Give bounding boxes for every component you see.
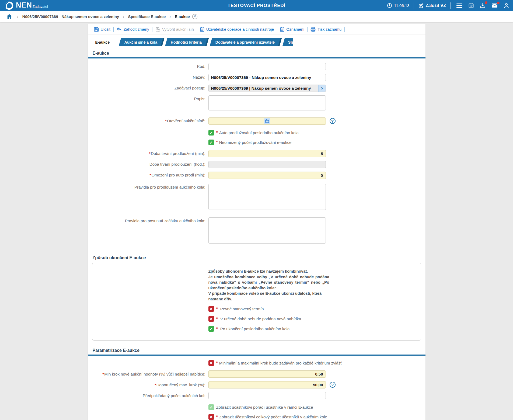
create-vz-label: Založit VZ bbox=[425, 3, 446, 8]
inbox-button[interactable] bbox=[478, 2, 487, 9]
server-time: 11:06:13 bbox=[387, 3, 409, 8]
note-line: Je umožněna kombinace volby „V určené do… bbox=[208, 274, 329, 291]
divider bbox=[414, 2, 414, 9]
checkbox-unchecked-icon[interactable] bbox=[208, 360, 214, 366]
field-omezeni-auto-prodl: *Omezení pro auto prodl (min): bbox=[92, 172, 421, 179]
create-auction-hall-label: Vytvořit aukční síň bbox=[162, 27, 194, 32]
save-icon bbox=[94, 27, 99, 32]
checkbox-unchecked-icon[interactable] bbox=[208, 306, 214, 312]
edit-icon bbox=[418, 3, 424, 8]
checkbox-label: Neomezený počet prodlužování e-aukce bbox=[219, 140, 292, 145]
field-doba-trvani-min: *Doba trvání prodloužení (min): bbox=[92, 150, 421, 157]
undo-icon bbox=[117, 27, 122, 32]
messages-button[interactable] bbox=[490, 2, 499, 9]
create-vz-button[interactable]: Založit VZ bbox=[418, 3, 446, 8]
nazev-input[interactable] bbox=[208, 74, 326, 81]
calendar-icon bbox=[468, 3, 474, 8]
section-title: Způsob ukončení E-aukce bbox=[93, 255, 421, 260]
field-label: Pravidla pro prodloužení aukčního kola: bbox=[92, 184, 208, 190]
clipboard-icon bbox=[200, 27, 204, 32]
field-label: Doba trvání prodloužení (hod.): bbox=[92, 162, 208, 167]
create-auction-hall-button: Vytvořit aukční síň bbox=[155, 27, 194, 32]
field-pocet-kol: Předpokládaný počet aukčních kol: bbox=[92, 392, 421, 399]
save-button[interactable]: Uložit bbox=[94, 27, 110, 32]
section-e-aukce: E-aukce Kód: Název: Zadávací postup: Pop… bbox=[88, 51, 425, 420]
field-zadavaci-postup: Zadávací postup: bbox=[92, 85, 421, 92]
brand-name: NEN bbox=[16, 0, 32, 10]
checkbox-checked-icon[interactable] bbox=[208, 130, 214, 136]
checkbox-unchecked-icon[interactable] bbox=[208, 414, 214, 420]
field-doba-trvani-hod: Doba trvání prodloužení (hod.): bbox=[92, 161, 421, 168]
tab-aukcni-sine-a-kola[interactable]: Aukční síně a kola bbox=[119, 38, 164, 46]
content-card: Uložit Zahodit změny Vytvořit aukční síň… bbox=[88, 24, 426, 420]
create-auction-hall-icon bbox=[155, 27, 160, 32]
field-pravidla-prodlouzeni: Pravidla pro prodloužení aukčního kola: bbox=[92, 184, 421, 211]
required-mark: * bbox=[216, 307, 218, 311]
section-title: Parametrizace E-aukce bbox=[93, 348, 421, 353]
open-reference-button[interactable] bbox=[318, 85, 326, 92]
required-mark: * bbox=[216, 317, 218, 321]
help-icon[interactable] bbox=[330, 118, 336, 124]
user-button[interactable] bbox=[502, 2, 511, 9]
end-methods-box: Způsoby ukončení E-aukce lze navzájem ko… bbox=[92, 263, 421, 341]
calendar-button[interactable] bbox=[467, 2, 476, 9]
checkbox-checked-icon[interactable] bbox=[208, 140, 214, 145]
field-nazev: Název: bbox=[92, 74, 421, 81]
pravidla-posunuti-textarea[interactable] bbox=[208, 217, 326, 244]
checkbox-unchecked-icon[interactable] bbox=[208, 316, 214, 322]
checkbox-checked-icon[interactable] bbox=[208, 326, 214, 332]
calendar-picker-icon[interactable] bbox=[264, 118, 270, 124]
breadcrumb-separator bbox=[123, 14, 124, 19]
required-mark: * bbox=[102, 372, 104, 376]
required-mark: * bbox=[155, 383, 156, 387]
toolbar-divider bbox=[277, 27, 277, 32]
required-mark: * bbox=[165, 119, 167, 123]
user-operations-button[interactable]: Uživatelské operace a činnosti nástroje bbox=[200, 27, 274, 32]
otevreni-aukcni-sine-input[interactable] bbox=[208, 117, 326, 125]
required-mark: * bbox=[216, 140, 218, 145]
close-tab-icon[interactable] bbox=[192, 14, 197, 19]
tab-label: E-aukce bbox=[95, 40, 110, 44]
pocet-kol-input[interactable] bbox=[208, 392, 326, 399]
popis-textarea[interactable] bbox=[208, 95, 326, 110]
note-line: V případě kombinace voleb se E-aukce uko… bbox=[208, 291, 329, 302]
checkbox-label: V určené době nebude podána nová nabídka bbox=[220, 317, 301, 321]
zadavaci-postup-input bbox=[208, 85, 326, 92]
menu-button[interactable] bbox=[455, 2, 464, 9]
check-poradi-ucastnika: Zobrazit účastníkovi pořadí účastníka v … bbox=[92, 404, 421, 410]
omezeni-auto-prodl-input[interactable] bbox=[208, 172, 326, 179]
doba-trvani-min-input[interactable] bbox=[208, 150, 326, 157]
field-otevreni-aukcni-sine: *Otevření aukční síně: bbox=[92, 117, 421, 125]
kod-input[interactable] bbox=[208, 63, 326, 70]
breadcrumb-item-procedure[interactable]: N006/25/V00007369 - Nákup semen ovoce a … bbox=[22, 15, 119, 19]
clipboard-icon bbox=[280, 27, 284, 32]
clock-icon bbox=[387, 3, 392, 8]
topbar-actions: 11:06:13 Založit VZ bbox=[387, 0, 511, 11]
breadcrumb-item-current: E-aukce bbox=[175, 15, 190, 19]
field-label: Pravidla pro posunutí začátku aukčního k… bbox=[92, 217, 208, 224]
checkbox-label: Pevně stanovený termín bbox=[220, 307, 264, 311]
doba-trvani-hod-input bbox=[208, 161, 326, 168]
tab-dodavatele-a-opravneni-uzivatele[interactable]: Dodavatelé a oprávnění uživatelé bbox=[210, 38, 282, 46]
max-krok-input[interactable] bbox=[208, 381, 326, 388]
discard-changes-button[interactable]: Zahodit změny bbox=[117, 27, 149, 32]
notices-button[interactable]: Oznámení bbox=[280, 27, 304, 32]
topbar: NEN Zadavatel TESTOVACÍ PROSTŘEDÍ 11:06:… bbox=[0, 0, 513, 11]
page-body: Uložit Zahodit změny Vytvořit aukční síň… bbox=[0, 22, 513, 420]
toolbar-divider bbox=[152, 27, 152, 32]
section-underline bbox=[88, 355, 425, 356]
check-v-urcene-dobe: * V určené době nebude podána nová nabíd… bbox=[208, 316, 414, 322]
breadcrumb-item-specification[interactable]: Specifikace E-aukce bbox=[128, 15, 166, 19]
pravidla-prodlouzeni-textarea[interactable] bbox=[208, 184, 326, 210]
breadcrumb-separator bbox=[169, 14, 171, 19]
section-title: E-aukce bbox=[93, 51, 421, 56]
tab-sledovani[interactable]: Sledování bbox=[282, 38, 293, 46]
min-krok-input[interactable] bbox=[208, 370, 326, 378]
help-icon[interactable] bbox=[330, 382, 336, 388]
nen-logo[interactable]: NEN Zadavatel bbox=[4, 0, 48, 11]
print-record-button[interactable]: Tisk záznamu bbox=[310, 27, 341, 32]
tab-e-aukce[interactable]: E-aukce bbox=[88, 38, 117, 46]
home-button[interactable] bbox=[6, 14, 12, 19]
tab-hodnotici-kriteria[interactable]: Hodnotící kritéria bbox=[165, 38, 209, 46]
time-text: 11:06:13 bbox=[394, 3, 409, 8]
